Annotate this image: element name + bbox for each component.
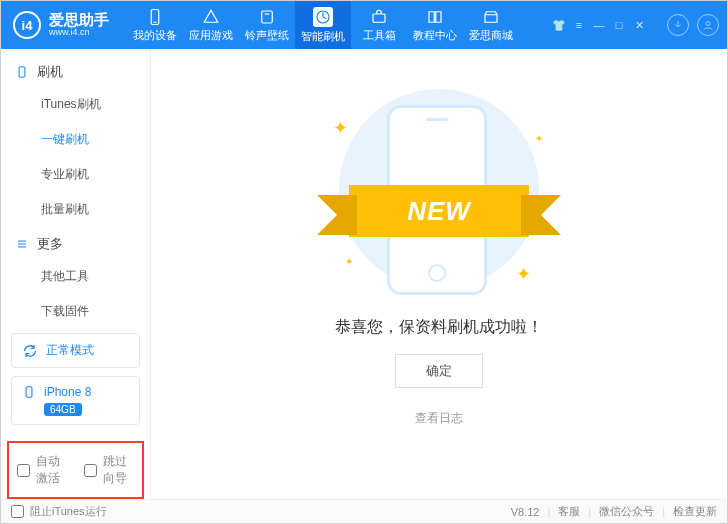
download-button[interactable] bbox=[667, 14, 689, 36]
checkbox-label: 跳过向导 bbox=[103, 453, 135, 487]
svg-rect-7 bbox=[19, 67, 25, 78]
apps-icon bbox=[202, 8, 220, 26]
brand-text: 爱思助手 www.i4.cn bbox=[49, 12, 109, 38]
hero-illustration: ✦ ✦ ✦ ✦ NEW bbox=[339, 89, 539, 289]
device-card[interactable]: iPhone 8 64GB bbox=[11, 376, 140, 425]
titlebar: i4 爱思助手 www.i4.cn 我的设备 应用游戏 铃声壁纸 智能刷机 bbox=[1, 1, 727, 49]
footer-link-update[interactable]: 检查更新 bbox=[673, 504, 717, 519]
sidebar-item-dlfw[interactable]: 下载固件 bbox=[1, 294, 150, 323]
statusbar: 阻止iTunes运行 V8.12 | 客服 | 微信公众号 | 检查更新 bbox=[1, 499, 727, 523]
success-message: 恭喜您，保资料刷机成功啦！ bbox=[335, 317, 543, 338]
sidebar-group-flash[interactable]: 刷机 bbox=[1, 55, 150, 87]
tab-label: 智能刷机 bbox=[301, 29, 345, 44]
sidebar-item-pro[interactable]: 专业刷机 bbox=[1, 157, 150, 192]
brand-subtitle: www.i4.cn bbox=[49, 28, 109, 38]
tab-label: 教程中心 bbox=[413, 28, 457, 43]
sparkle-icon: ✦ bbox=[333, 117, 348, 139]
mode-label: 正常模式 bbox=[46, 342, 94, 359]
checkbox-label: 自动激活 bbox=[36, 453, 68, 487]
menu-icon[interactable]: ≡ bbox=[571, 19, 587, 32]
block-itunes-checkbox[interactable]: 阻止iTunes运行 bbox=[11, 504, 107, 519]
close-icon[interactable]: ✕ bbox=[631, 19, 647, 32]
storage-badge: 64GB bbox=[44, 403, 82, 416]
auto-activate-input[interactable] bbox=[17, 464, 30, 477]
svg-rect-11 bbox=[26, 387, 32, 398]
tshirt-icon[interactable]: 👕 bbox=[551, 19, 567, 32]
sidebar-item-other[interactable]: 其他工具 bbox=[1, 259, 150, 294]
user-button[interactable] bbox=[697, 14, 719, 36]
tab-apps[interactable]: 应用游戏 bbox=[183, 1, 239, 49]
sidebar-item-oneclick[interactable]: 一键刷机 bbox=[1, 122, 150, 157]
main-panel: ✦ ✦ ✦ ✦ NEW 恭喜您，保资料刷机成功啦！ 确定 查看日志 bbox=[151, 49, 727, 499]
device-phone-icon bbox=[22, 385, 36, 399]
tab-label: 我的设备 bbox=[133, 28, 177, 43]
checkbox-label: 阻止iTunes运行 bbox=[30, 504, 107, 519]
book-icon bbox=[426, 8, 444, 26]
toolbox-icon bbox=[370, 8, 388, 26]
topnav: 我的设备 应用游戏 铃声壁纸 智能刷机 工具箱 教程中心 bbox=[127, 1, 519, 49]
body: 刷机 iTunes刷机 一键刷机 专业刷机 批量刷机 更多 其他工具 下载固件 … bbox=[1, 49, 727, 499]
menu-lines-icon bbox=[15, 237, 29, 251]
phone-icon bbox=[146, 8, 164, 26]
brand-title: 爱思助手 bbox=[49, 12, 109, 29]
tab-store[interactable]: 爱思商城 bbox=[463, 1, 519, 49]
ok-button[interactable]: 确定 bbox=[395, 354, 483, 388]
tab-toolbox[interactable]: 工具箱 bbox=[351, 1, 407, 49]
sidebar-group-title: 刷机 bbox=[37, 63, 63, 81]
footer-link-wechat[interactable]: 微信公众号 bbox=[599, 504, 654, 519]
tab-ringtones[interactable]: 铃声壁纸 bbox=[239, 1, 295, 49]
maximize-icon[interactable]: □ bbox=[611, 19, 627, 32]
window-controls: 👕 ≡ — □ ✕ bbox=[551, 14, 727, 36]
app-window: i4 爱思助手 www.i4.cn 我的设备 应用游戏 铃声壁纸 智能刷机 bbox=[0, 0, 728, 524]
sidebar-group-title: 更多 bbox=[37, 235, 63, 253]
sidebar-bottom: 正常模式 iPhone 8 64GB bbox=[1, 323, 150, 435]
flash-icon bbox=[313, 7, 333, 27]
phone-outline-icon bbox=[15, 65, 29, 79]
brand-logo-icon: i4 bbox=[13, 11, 41, 39]
sparkle-icon: ✦ bbox=[516, 263, 531, 285]
device-name: iPhone 8 bbox=[44, 385, 91, 399]
sidebar-item-itunes[interactable]: iTunes刷机 bbox=[1, 87, 150, 122]
view-log-link[interactable]: 查看日志 bbox=[415, 410, 463, 427]
skip-guide-checkbox[interactable]: 跳过向导 bbox=[84, 453, 135, 487]
auto-activate-checkbox[interactable]: 自动激活 bbox=[17, 453, 68, 487]
svg-rect-2 bbox=[262, 11, 273, 23]
tab-label: 爱思商城 bbox=[469, 28, 513, 43]
sidebar-item-batch[interactable]: 批量刷机 bbox=[1, 192, 150, 227]
tab-label: 应用游戏 bbox=[189, 28, 233, 43]
svg-rect-5 bbox=[373, 14, 385, 22]
new-ribbon: NEW bbox=[313, 185, 565, 237]
brand[interactable]: i4 爱思助手 www.i4.cn bbox=[1, 11, 121, 39]
block-itunes-input[interactable] bbox=[11, 505, 24, 518]
window-mini-controls: 👕 ≡ — □ ✕ bbox=[551, 19, 647, 32]
sparkle-icon: ✦ bbox=[535, 133, 543, 144]
tab-tutorials[interactable]: 教程中心 bbox=[407, 1, 463, 49]
tab-my-device[interactable]: 我的设备 bbox=[127, 1, 183, 49]
sidebar-group-more[interactable]: 更多 bbox=[1, 227, 150, 259]
version-label: V8.12 bbox=[511, 506, 540, 518]
ribbon-text: NEW bbox=[349, 185, 529, 237]
tab-label: 铃声壁纸 bbox=[245, 28, 289, 43]
refresh-icon bbox=[22, 343, 38, 359]
minimize-icon[interactable]: — bbox=[591, 19, 607, 32]
sidebar: 刷机 iTunes刷机 一键刷机 专业刷机 批量刷机 更多 其他工具 下载固件 … bbox=[1, 49, 151, 499]
tab-label: 工具箱 bbox=[363, 28, 396, 43]
mode-card[interactable]: 正常模式 bbox=[11, 333, 140, 368]
svg-point-6 bbox=[706, 22, 710, 26]
tab-flash[interactable]: 智能刷机 bbox=[295, 1, 351, 49]
sparkle-icon: ✦ bbox=[345, 256, 353, 267]
skip-guide-input[interactable] bbox=[84, 464, 97, 477]
footer-right: V8.12 | 客服 | 微信公众号 | 检查更新 bbox=[511, 504, 717, 519]
store-icon bbox=[482, 8, 500, 26]
options-highlight: 自动激活 跳过向导 bbox=[7, 441, 144, 499]
music-icon bbox=[258, 8, 276, 26]
footer-link-support[interactable]: 客服 bbox=[558, 504, 580, 519]
